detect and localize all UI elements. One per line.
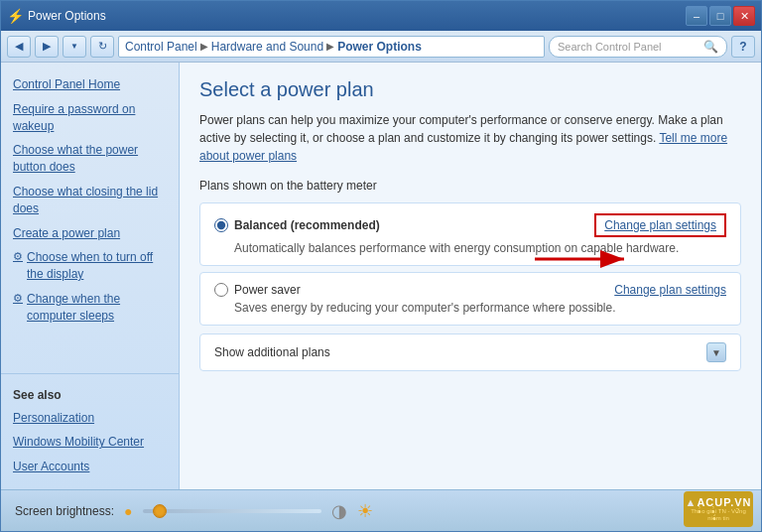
sleep-icon: ⚙: [13, 291, 23, 306]
display-icon: ⚙: [13, 249, 23, 264]
breadcrumb-sep-1: ▶: [200, 41, 208, 52]
content-pane: Select a power plan Power plans can help…: [180, 63, 761, 489]
bottom-bar: Screen brightness: ● ◑ ☀ ▲ACUP.VN Thảo g…: [1, 489, 761, 531]
sidebar-item-computer-sleeps[interactable]: ⚙ Change when the computer sleeps: [1, 287, 179, 329]
window-icon: ⚡: [7, 8, 24, 24]
sidebar: Control Panel Home Require a password on…: [1, 63, 180, 489]
chevron-down-icon[interactable]: ▼: [706, 342, 726, 362]
search-box[interactable]: Search Control Panel 🔍: [549, 36, 727, 58]
plan-item-power-saver: Power saver Change plan settings Saves e…: [199, 272, 741, 326]
plan-item-balanced: Balanced (recommended) Change plan setti…: [199, 202, 741, 266]
sidebar-see-also: See also Personalization Windows Mobilit…: [1, 373, 179, 479]
sidebar-item-user-accounts[interactable]: User Accounts: [1, 455, 179, 479]
sidebar-item-mobility-center[interactable]: Windows Mobility Center: [1, 430, 179, 455]
sidebar-item-turn-off-display-label: Choose when to turn off the display: [27, 249, 167, 283]
sidebar-item-turn-off-display[interactable]: ⚙ Choose when to turn off the display: [1, 245, 179, 287]
sun-dim-icon: ●: [124, 503, 132, 519]
plans-label: Plans shown on the battery meter: [199, 179, 741, 193]
main-window: ⚡ Power Options – □ ✕ ◀ ▶ ▼ ↻ Control Pa…: [0, 0, 762, 532]
brightness-slider[interactable]: [143, 509, 321, 513]
description-text: Power plans can help you maximize your c…: [199, 113, 723, 145]
minimize-button[interactable]: –: [686, 6, 707, 26]
watermark: ▲ACUP.VN Thảo giải TN - Vững niềm tin: [684, 491, 753, 527]
window-title: Power Options: [28, 9, 106, 23]
refresh-button[interactable]: ↻: [90, 36, 114, 58]
watermark-logo: ▲ACUP.VN: [686, 496, 752, 508]
breadcrumb-item-2[interactable]: Hardware and Sound: [211, 40, 323, 54]
search-placeholder: Search Control Panel: [558, 41, 662, 53]
see-also-title: See also: [1, 384, 179, 406]
sun-icon: ☀: [357, 500, 373, 522]
sidebar-item-power-button[interactable]: Choose what the power button does: [1, 138, 179, 180]
dropdown-button[interactable]: ▼: [63, 36, 86, 58]
show-additional-plans[interactable]: Show additional plans ▼: [199, 333, 741, 371]
show-additional-label: Show additional plans: [214, 345, 330, 359]
maximize-button[interactable]: □: [709, 6, 731, 26]
plan-balanced-radio[interactable]: [214, 218, 228, 232]
plan-balanced-name: Balanced (recommended): [234, 218, 380, 232]
sidebar-item-personalization[interactable]: Personalization: [1, 406, 179, 431]
plan-balanced-label[interactable]: Balanced (recommended): [214, 218, 380, 232]
page-title: Select a power plan: [199, 78, 741, 101]
breadcrumb-item-1[interactable]: Control Panel: [125, 40, 197, 54]
moon-icon: ◑: [331, 500, 347, 522]
title-bar: ⚡ Power Options – □ ✕: [1, 1, 761, 31]
plan-power-saver-label[interactable]: Power saver: [214, 283, 301, 297]
title-bar-left: ⚡ Power Options: [7, 8, 106, 24]
breadcrumb-sep-2: ▶: [326, 41, 334, 52]
sidebar-item-lid-does[interactable]: Choose what closing the lid does: [1, 180, 179, 221]
brightness-label: Screen brightness:: [15, 504, 114, 518]
change-plan-settings-balanced[interactable]: Change plan settings: [594, 213, 726, 237]
back-button[interactable]: ◀: [7, 36, 31, 58]
plan-power-saver-name: Power saver: [234, 283, 301, 297]
plan-header-balanced: Balanced (recommended) Change plan setti…: [214, 213, 726, 237]
plan-power-saver-radio[interactable]: [214, 283, 228, 297]
watermark-sub: Thảo giải TN - Vững niềm tin: [684, 508, 753, 521]
breadcrumb: Control Panel ▶ Hardware and Sound ▶ Pow…: [118, 36, 545, 58]
forward-button[interactable]: ▶: [35, 36, 59, 58]
watermark-main: ACUP.VN: [697, 496, 751, 508]
change-plan-settings-power-saver[interactable]: Change plan settings: [614, 283, 726, 297]
sidebar-item-require-password[interactable]: Require a password on wakeup: [1, 97, 179, 139]
plan-balanced-desc: Automatically balances performance with …: [234, 241, 726, 255]
title-bar-buttons: – □ ✕: [686, 6, 755, 26]
sidebar-item-computer-sleeps-label: Change when the computer sleeps: [27, 291, 167, 325]
brightness-slider-thumb[interactable]: [153, 504, 167, 518]
main-area: Control Panel Home Require a password on…: [1, 63, 761, 489]
help-button[interactable]: ?: [731, 36, 755, 58]
sidebar-item-control-panel-home[interactable]: Control Panel Home: [1, 72, 179, 97]
sidebar-item-create-plan[interactable]: Create a power plan: [1, 221, 179, 246]
plan-power-saver-desc: Saves energy by reducing your computer's…: [234, 301, 726, 315]
close-button[interactable]: ✕: [733, 6, 755, 26]
address-bar: ◀ ▶ ▼ ↻ Control Panel ▶ Hardware and Sou…: [1, 31, 761, 63]
search-icon: 🔍: [703, 40, 718, 54]
content-description: Power plans can help you maximize your c…: [199, 111, 741, 165]
breadcrumb-item-3[interactable]: Power Options: [337, 40, 422, 54]
plan-header-power-saver: Power saver Change plan settings: [214, 283, 726, 297]
